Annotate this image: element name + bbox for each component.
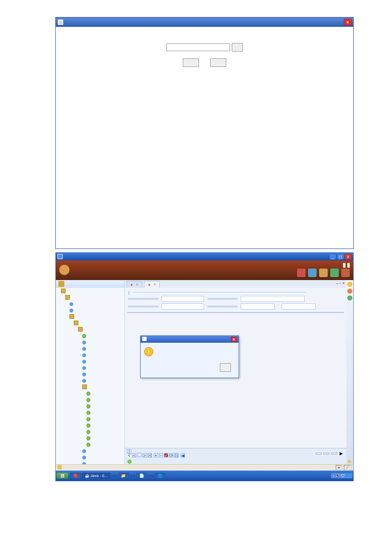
sidebar-header [56,280,124,288]
zone-box: ● [336,465,342,470]
file-row [59,43,350,52]
info-icon: i [144,347,153,356]
field-label [128,306,158,307]
ie-icon [58,254,63,259]
data-grid [127,312,344,313]
nav-icon-1[interactable] [297,269,306,277]
field-label [208,298,237,300]
tab-strip: ● × ● × – ▫ × [125,280,346,288]
tree-item[interactable] [86,397,124,404]
bottom-toolbar: |<<>>| +−✓⟳☷ ◀ ▶ [125,448,346,459]
tree-item[interactable] [86,436,124,442]
period-to-input[interactable] [282,304,316,309]
maximize-icon[interactable]: □ [337,254,344,260]
panel-subtitle [125,288,346,289]
tree-item[interactable] [82,359,124,365]
field-label [128,298,158,300]
tree-item[interactable] [82,461,124,464]
exit-button[interactable] [331,453,337,454]
taskbar-item[interactable]: 📁 [118,473,129,479]
tree-item[interactable] [82,372,124,378]
tree-item[interactable] [82,353,124,359]
save-button[interactable] [316,453,322,454]
unit-label [347,263,350,268]
taskbar-item[interactable]: 🌐 [155,473,165,479]
status-icon [127,460,132,464]
app-banner [56,260,353,279]
tree-item[interactable] [61,289,124,295]
nav-icon-5[interactable] [341,269,350,277]
info-popup: × i [140,335,239,378]
main-area: ● × ● × – ▫ × ┌ [125,280,346,464]
period-from-input[interactable] [241,304,275,309]
popup-titlebar: × [141,336,239,343]
taskbar-item[interactable] [130,475,135,477]
trusted-zone: ✓ [344,465,352,470]
tree-item[interactable] [82,346,124,353]
nav-icon-4[interactable] [330,269,339,277]
taskbar: 🪟 🔴 ☕ Java - 0... 📁 📄 🌐 ▫ 🔊 🛡 🌐 [56,471,353,481]
taskbar-item[interactable] [111,475,117,477]
tree-item[interactable] [82,340,124,346]
banner-right [297,263,350,277]
taxpayer-name-input[interactable] [241,296,305,302]
tree-item[interactable] [69,301,124,308]
strip-icon-1[interactable] [347,282,352,287]
nav-icon-2[interactable] [308,269,317,277]
tree-item[interactable] [74,321,124,327]
pager-nav[interactable]: |<<>>| +−✓⟳☷ ◀ [127,449,185,458]
tree-item[interactable] [86,423,124,429]
browse-button[interactable] [232,43,243,52]
minimize-icon[interactable]: _ [329,254,336,260]
declare-date-input[interactable] [161,304,204,309]
file-input[interactable] [166,43,230,51]
ok-button[interactable] [183,58,199,67]
popup-close-icon[interactable]: × [231,337,237,342]
tree-item[interactable] [86,429,124,436]
tab-report[interactable]: ● × [144,281,160,288]
tree-item[interactable] [86,391,124,397]
popup-ok-button[interactable] [220,363,231,372]
strip-icon-2[interactable] [347,289,352,294]
tree-item[interactable] [86,404,124,410]
tree-item[interactable] [86,416,124,423]
tree-item[interactable] [82,448,124,455]
logo-icon [59,265,69,275]
field-label [208,306,237,307]
nav-tree[interactable] [56,288,124,464]
taskbar-item[interactable] [148,475,154,477]
upload-dialog: × [55,17,354,249]
status-done-icon [58,465,62,469]
tab-todo[interactable]: ● × [127,281,142,288]
tree-item[interactable] [86,442,124,448]
tree-item[interactable] [82,384,124,391]
nav-icon-3[interactable] [319,269,328,277]
tree-item[interactable] [86,410,124,416]
dialog-titlebar: × [56,17,353,27]
tree-item[interactable] [69,308,124,314]
operator-label [343,263,346,268]
taskbar-item[interactable]: 📄 [136,473,147,479]
system-tray[interactable]: ▫ 🔊 🛡 🌐 [331,473,352,478]
tree-item[interactable] [69,314,124,321]
tree-item[interactable] [65,295,124,301]
reset-button[interactable] [210,58,226,67]
taskbar-item[interactable]: 🔴 [70,473,81,479]
tree-item[interactable] [78,327,124,333]
cancel-button[interactable] [323,453,329,454]
tree-item[interactable] [82,333,124,340]
dialog-body [56,27,353,249]
tree-item[interactable] [82,455,124,461]
ie-window: _ □ × [55,252,354,481]
sidebar [56,280,125,464]
ie-statusbar: ● ✓ [56,464,353,471]
start-button[interactable]: 🪟 [57,473,68,479]
taxpayer-id-input[interactable] [161,296,204,302]
close-window-icon[interactable]: × [345,254,352,260]
tree-item[interactable] [82,378,124,384]
tree-item[interactable] [82,365,124,372]
side-strip: ▶ [346,280,353,464]
ie-titlebar: _ □ × [56,253,353,260]
strip-icon-3[interactable] [347,295,352,301]
close-icon[interactable]: × [344,19,352,26]
